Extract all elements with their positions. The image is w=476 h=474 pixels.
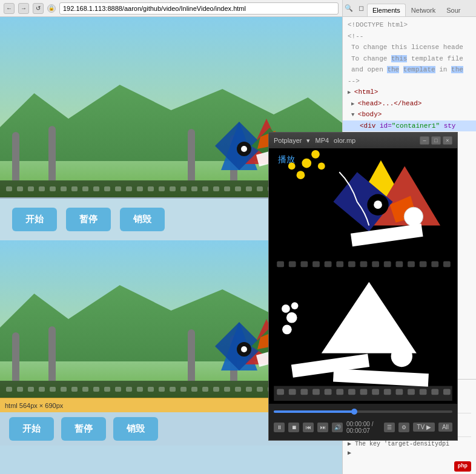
svg-point-22 bbox=[404, 207, 423, 226]
video-shapes-bottom bbox=[269, 276, 457, 404]
video-frame-top bbox=[269, 148, 457, 276]
filmstrip-hole bbox=[235, 387, 241, 392]
pole-s2-1 bbox=[12, 332, 19, 381]
potplayer-titlebar: Potplayer ▾ MP4 olor.mp – □ × bbox=[269, 133, 457, 148]
filmstrip-hole bbox=[159, 387, 165, 392]
svg-point-51 bbox=[282, 304, 290, 313]
pole-s2-3 bbox=[188, 329, 195, 381]
volume-button[interactable]: 🔊 bbox=[332, 423, 343, 432]
next-button[interactable]: ⏭ bbox=[317, 423, 328, 432]
filmstrip-hole bbox=[93, 186, 99, 191]
svg-rect-47 bbox=[333, 369, 429, 387]
potplayer-format: MP4 bbox=[315, 137, 329, 145]
minimize-button[interactable]: – bbox=[420, 136, 429, 145]
playback-buttons: ⏸ ⏹ ⏮ ⏭ 🔊 00:00:00 / 00:00:07 ☰ ⚙ TV ▶ A… bbox=[274, 421, 452, 434]
time-total: 00:00:07 bbox=[346, 427, 370, 434]
svg-point-41 bbox=[311, 150, 320, 159]
tab-elements[interactable]: Elements bbox=[367, 4, 406, 16]
svg-rect-38 bbox=[431, 261, 438, 267]
tv-button[interactable]: TV ▶ bbox=[413, 423, 435, 432]
svg-point-40 bbox=[302, 159, 311, 168]
filmstrip-hole bbox=[170, 186, 176, 191]
filmstrip-hole bbox=[202, 186, 208, 191]
back-button[interactable]: ← bbox=[4, 3, 15, 14]
refresh-button[interactable]: ↺ bbox=[33, 3, 44, 14]
svg-rect-54 bbox=[277, 389, 284, 395]
svg-rect-55 bbox=[289, 389, 296, 395]
devtools-search-icon[interactable]: 🔍 bbox=[343, 0, 355, 16]
php-badge: php bbox=[454, 461, 471, 472]
svg-rect-31 bbox=[348, 261, 355, 267]
svg-rect-28 bbox=[312, 261, 320, 267]
svg-point-13 bbox=[241, 346, 247, 352]
filmstrip-hole bbox=[93, 387, 99, 392]
maximize-button[interactable]: □ bbox=[431, 136, 441, 145]
svg-rect-59 bbox=[336, 389, 343, 395]
potplayer-filename: olor.mp bbox=[334, 137, 355, 145]
menu-button[interactable]: ☰ bbox=[384, 423, 395, 432]
svg-rect-25 bbox=[277, 261, 284, 267]
svg-point-43 bbox=[288, 163, 296, 170]
svg-rect-56 bbox=[300, 389, 308, 395]
svg-point-52 bbox=[291, 302, 299, 309]
filmstrip-hole bbox=[17, 186, 23, 191]
settings-button[interactable]: ⚙ bbox=[398, 423, 409, 432]
filmstrip-hole bbox=[148, 387, 154, 392]
stop-button[interactable]: ⏹ bbox=[288, 423, 299, 432]
potplayer-window-buttons: – □ × bbox=[420, 136, 452, 145]
filmstrip-hole bbox=[213, 387, 219, 392]
video-frame-bottom bbox=[269, 276, 457, 404]
potplayer-sep: ▾ bbox=[306, 137, 310, 145]
svg-rect-35 bbox=[395, 261, 403, 267]
filmstrip-hole bbox=[191, 186, 197, 191]
pause-button-1[interactable]: 暂停 bbox=[66, 208, 111, 231]
filmstrip-hole bbox=[126, 186, 132, 191]
close-button[interactable]: × bbox=[443, 136, 452, 145]
svg-rect-63 bbox=[384, 389, 391, 395]
start-button-1[interactable]: 开始 bbox=[12, 208, 57, 231]
svg-rect-36 bbox=[408, 261, 415, 267]
filmstrip-hole bbox=[224, 387, 230, 392]
code-line-comment-3: and open the template in the bbox=[343, 64, 476, 76]
svg-rect-60 bbox=[348, 389, 355, 395]
filmstrip-hole bbox=[39, 186, 45, 191]
devtools-inspect-icon[interactable]: ◻ bbox=[355, 0, 367, 16]
play-pause-button[interactable]: ⏸ bbox=[274, 423, 285, 432]
filmstrip-hole bbox=[191, 387, 197, 392]
svg-point-42 bbox=[297, 171, 305, 179]
code-line-div[interactable]: <div id="container1" sty bbox=[343, 120, 476, 132]
filmstrip-hole bbox=[61, 186, 67, 191]
forward-button[interactable]: → bbox=[18, 3, 29, 14]
filmstrip-hole bbox=[170, 387, 176, 392]
progress-bar[interactable] bbox=[274, 410, 452, 413]
potplayer-window: Potplayer ▾ MP4 olor.mp – □ × 播放 bbox=[268, 132, 458, 441]
filmstrip-holes-2 bbox=[0, 387, 291, 392]
prev-button[interactable]: ⏮ bbox=[303, 423, 314, 432]
arrow-label: ▶ bbox=[348, 449, 471, 458]
filmstrip-hole bbox=[50, 387, 56, 392]
tab-network[interactable]: Network bbox=[406, 4, 441, 16]
svg-rect-57 bbox=[312, 389, 320, 395]
devtools-tabs: 🔍 ◻ Elements Network Sour bbox=[343, 0, 476, 17]
filmstrip-hole bbox=[115, 387, 121, 392]
filmstrip-hole bbox=[159, 186, 165, 191]
filmstrip-hole bbox=[6, 387, 12, 392]
all-button[interactable]: All bbox=[438, 423, 452, 432]
time-current: 00:00:00 bbox=[346, 421, 370, 427]
destroy-button-1[interactable]: 销毁 bbox=[120, 208, 165, 231]
code-line-body: ▼ <body> bbox=[343, 109, 476, 120]
svg-point-5 bbox=[241, 146, 247, 152]
tab-sources[interactable]: Sour bbox=[441, 4, 466, 16]
svg-rect-39 bbox=[443, 261, 451, 267]
pole-s2-2 bbox=[48, 326, 56, 381]
code-line-comment-close: --> bbox=[343, 76, 476, 87]
svg-rect-33 bbox=[372, 261, 379, 267]
svg-point-50 bbox=[282, 324, 292, 334]
pause-button-2[interactable]: 暂停 bbox=[61, 417, 106, 441]
destroy-button-2[interactable]: 销毁 bbox=[113, 417, 158, 441]
potplayer-controls: ⏸ ⏹ ⏮ ⏭ 🔊 00:00:00 / 00:00:07 ☰ ⚙ TV ▶ A… bbox=[269, 404, 457, 440]
filmstrip-hole bbox=[115, 186, 121, 191]
start-button-2[interactable]: 开始 bbox=[9, 417, 54, 441]
filmstrip-hole bbox=[17, 387, 23, 392]
url-input[interactable] bbox=[59, 2, 339, 15]
